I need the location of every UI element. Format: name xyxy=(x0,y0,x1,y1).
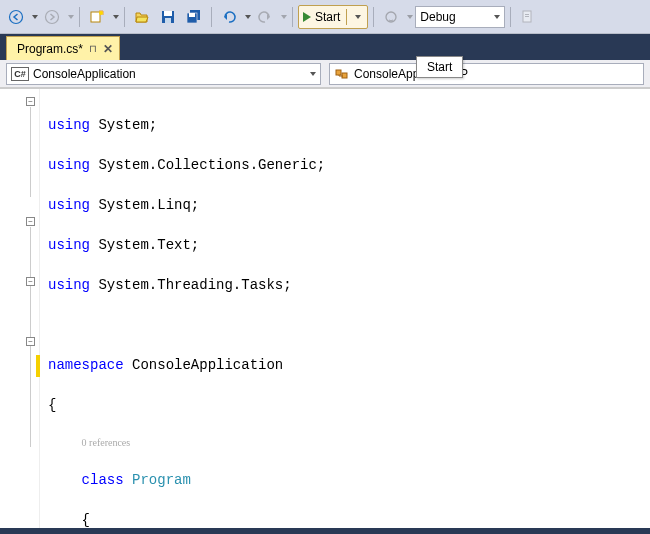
svg-point-0 xyxy=(10,10,23,23)
toolbar-separator xyxy=(373,7,374,27)
toolbar-separator xyxy=(211,7,212,27)
start-tooltip: Start xyxy=(416,56,463,78)
nav-forward-dropdown-icon[interactable] xyxy=(68,15,74,19)
close-tab-icon[interactable]: ✕ xyxy=(103,42,113,56)
undo-button[interactable] xyxy=(217,5,241,29)
start-dropdown-icon[interactable] xyxy=(355,15,361,19)
redo-dropdown-icon[interactable] xyxy=(281,15,287,19)
find-in-files-button[interactable] xyxy=(516,5,540,29)
code-content[interactable]: using System; using System.Collections.G… xyxy=(40,89,650,528)
class-icon xyxy=(334,66,350,82)
config-value: Debug xyxy=(420,10,455,24)
svg-rect-6 xyxy=(165,18,171,23)
play-icon xyxy=(303,12,311,22)
redo-button[interactable] xyxy=(253,5,277,29)
undo-dropdown-icon[interactable] xyxy=(245,15,251,19)
svg-rect-2 xyxy=(91,12,100,22)
svg-rect-9 xyxy=(189,13,195,17)
outline-collapse-toggle[interactable]: − xyxy=(26,277,35,286)
csharp-icon: C# xyxy=(11,67,29,81)
save-button[interactable] xyxy=(156,5,180,29)
toolbar-separator xyxy=(510,7,511,27)
code-line[interactable]: { xyxy=(48,510,650,528)
start-label: Start xyxy=(315,10,340,24)
code-line[interactable]: using System.Linq; xyxy=(48,195,650,215)
new-project-button[interactable] xyxy=(85,5,109,29)
pin-tab-icon[interactable]: ⊓ xyxy=(89,43,97,54)
outline-collapse-toggle[interactable]: − xyxy=(26,217,35,226)
nav-back-button[interactable] xyxy=(4,5,28,29)
tab-filename: Program.cs* xyxy=(17,42,83,56)
scope-dropdown-member[interactable]: ConsoleApplication.P xyxy=(329,63,644,85)
toolbar-separator xyxy=(292,7,293,27)
code-line[interactable] xyxy=(48,315,650,335)
toolbar-separator xyxy=(124,7,125,27)
codelens-line[interactable]: 0 references xyxy=(48,435,650,450)
code-line[interactable]: using System.Collections.Generic; xyxy=(48,155,650,175)
open-file-button[interactable] xyxy=(130,5,154,29)
code-navigation-bar: C# ConsoleApplication ConsoleApplication… xyxy=(0,60,650,88)
toolbar-separator xyxy=(79,7,80,27)
browser-link-button[interactable] xyxy=(379,5,403,29)
code-line[interactable]: { xyxy=(48,395,650,415)
save-all-button[interactable] xyxy=(182,5,206,29)
outline-collapse-toggle[interactable]: − xyxy=(26,337,35,346)
outline-line xyxy=(30,107,31,197)
editor-gutter: − − − − xyxy=(0,89,40,528)
code-line[interactable]: using System; xyxy=(48,115,650,135)
svg-point-3 xyxy=(99,11,103,15)
outline-collapse-toggle[interactable]: − xyxy=(26,97,35,106)
scope-dropdown-class[interactable]: C# ConsoleApplication xyxy=(6,63,321,85)
scope-class-value: ConsoleApplication xyxy=(33,67,304,81)
code-line[interactable]: using System.Threading.Tasks; xyxy=(48,275,650,295)
document-tabstrip: Program.cs* ⊓ ✕ Start xyxy=(0,34,650,60)
file-tab-program-cs[interactable]: Program.cs* ⊓ ✕ xyxy=(6,36,120,60)
new-project-dropdown-icon[interactable] xyxy=(113,15,119,19)
code-line[interactable]: namespace ConsoleApplication xyxy=(48,355,650,375)
chevron-down-icon xyxy=(494,15,500,19)
nav-back-dropdown-icon[interactable] xyxy=(32,15,38,19)
start-debugging-button[interactable]: Start xyxy=(298,5,368,29)
svg-rect-14 xyxy=(336,70,341,75)
code-editor[interactable]: − − − − using System; using System.Colle… xyxy=(0,88,650,528)
solution-config-dropdown[interactable]: Debug xyxy=(415,6,505,28)
nav-forward-button[interactable] xyxy=(40,5,64,29)
svg-rect-13 xyxy=(525,16,529,17)
browser-link-dropdown-icon[interactable] xyxy=(407,15,413,19)
code-line[interactable]: class Program xyxy=(48,470,650,490)
svg-rect-5 xyxy=(164,11,172,16)
svg-point-1 xyxy=(46,10,59,23)
chevron-down-icon xyxy=(310,72,316,76)
main-toolbar: Start Debug xyxy=(0,0,650,34)
window-border xyxy=(0,528,650,534)
code-line[interactable]: using System.Text; xyxy=(48,235,650,255)
svg-rect-12 xyxy=(525,14,529,15)
